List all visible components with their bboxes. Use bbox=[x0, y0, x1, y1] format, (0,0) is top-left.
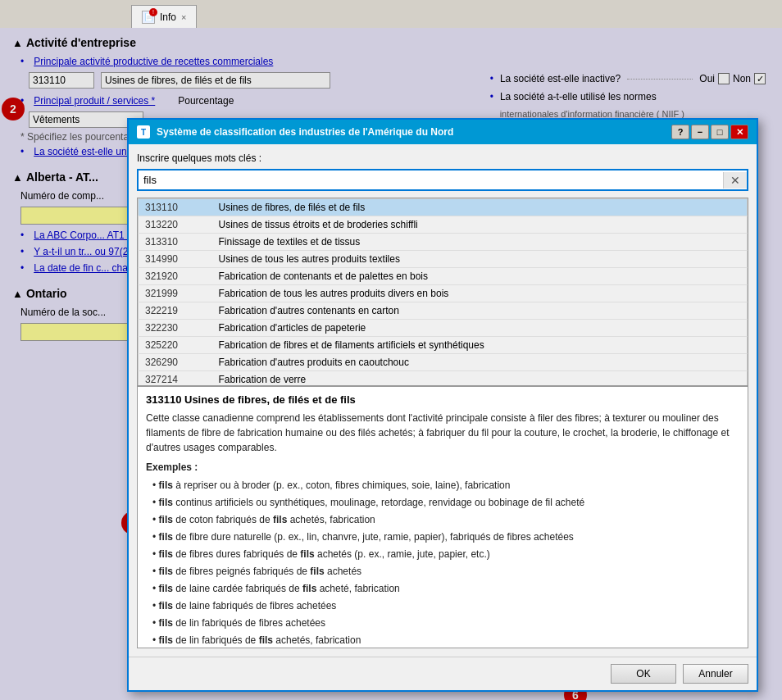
result-row[interactable]: 313220Usines de tissus étroits et de bro… bbox=[139, 216, 748, 234]
example-item: fils de lin fabriqués de fibres achetées bbox=[146, 616, 739, 630]
modal-close-button[interactable]: ✕ bbox=[730, 125, 748, 139]
tab-icon: 📄 ! bbox=[142, 11, 155, 24]
cancel-button[interactable]: Annuler bbox=[683, 664, 748, 684]
tab-bar: 📄 ! Info × bbox=[0, 0, 782, 28]
example-item: fils de laine cardée fabriqués de fils a… bbox=[146, 581, 739, 596]
result-row[interactable]: 327214Fabrication de verre bbox=[139, 371, 748, 387]
result-desc: Finissage de textiles et de tissus bbox=[212, 234, 748, 251]
result-code: 313310 bbox=[139, 234, 212, 251]
results-table: 313110Usines de fibres, de filés et de f… bbox=[138, 198, 748, 386]
examples-list: fils à repriser ou à broder (p. ex., cot… bbox=[146, 478, 739, 648]
tab-close-button[interactable]: × bbox=[181, 12, 186, 22]
modal-minimize-button[interactable]: − bbox=[691, 125, 709, 139]
result-row[interactable]: 313110Usines de fibres, de filés et de f… bbox=[139, 199, 748, 216]
result-code: 325220 bbox=[139, 337, 212, 354]
result-row[interactable]: 325220Fabrication de fibres et de filame… bbox=[139, 337, 748, 354]
ok-button[interactable]: OK bbox=[611, 664, 676, 684]
result-code: 322219 bbox=[139, 302, 212, 320]
tab-label: Info bbox=[160, 11, 176, 23]
result-desc: Fabrication d'autres produits en caoutch… bbox=[212, 354, 748, 371]
modal-maximize-button[interactable]: □ bbox=[711, 125, 729, 139]
modal-help-button[interactable]: ? bbox=[671, 125, 689, 139]
example-item: fils de fibres dures fabriqués de fils a… bbox=[146, 547, 739, 561]
result-desc: Usines de fibres, de filés et de fils bbox=[212, 199, 748, 216]
result-row[interactable]: 326290Fabrication d'autres produits en c… bbox=[139, 354, 748, 371]
result-desc: Fabrication de contenants et de palettes… bbox=[212, 268, 748, 285]
result-row[interactable]: 321920Fabrication de contenants et de pa… bbox=[139, 268, 748, 285]
modal-footer: OK Annuler bbox=[129, 657, 757, 690]
modal-titlebar: T Système de classification des industri… bbox=[129, 120, 757, 144]
result-desc: Fabrication de fibres et de filaments ar… bbox=[212, 337, 748, 354]
example-item: fils de fibre dure naturelle (p. ex., li… bbox=[146, 530, 739, 544]
detail-title: 313110 Usines de fibres, de filés et de … bbox=[146, 393, 739, 406]
search-input[interactable] bbox=[139, 170, 723, 189]
detail-body: Cette classe canadienne comprend les éta… bbox=[146, 411, 739, 648]
result-row[interactable]: 322219Fabrication d'autres contenants en… bbox=[139, 302, 748, 320]
modal-controls: ? − □ ✕ bbox=[671, 125, 748, 139]
result-code: 327214 bbox=[139, 371, 212, 387]
examples-header: Exemples : bbox=[146, 460, 739, 475]
modal-overlay: 3 4 6 T Système de classification des in… bbox=[0, 28, 782, 700]
result-desc: Usines de tous les autres produits texti… bbox=[212, 251, 748, 268]
result-code: 313110 bbox=[139, 199, 212, 216]
result-desc: Usines de tissus étroits et de broderies… bbox=[212, 216, 748, 234]
result-row[interactable]: 313310Finissage de textiles et de tissus bbox=[139, 234, 748, 251]
result-desc: Fabrication de verre bbox=[212, 371, 748, 387]
modal-title: Système de classification des industries… bbox=[157, 126, 453, 138]
modal-title-icon: T bbox=[137, 125, 150, 139]
search-clear-button[interactable]: ✕ bbox=[723, 172, 747, 189]
result-code: 322230 bbox=[139, 320, 212, 337]
tab-badge: ! bbox=[149, 8, 157, 16]
result-row[interactable]: 314990Usines de tous les autres produits… bbox=[139, 251, 748, 268]
modal-dialog: T Système de classification des industri… bbox=[127, 118, 758, 692]
result-desc: Fabrication d'articles de papeterie bbox=[212, 320, 748, 337]
example-item: fils de laine fabriqués de fibres acheté… bbox=[146, 598, 739, 613]
modal-titlebar-left: T Système de classification des industri… bbox=[137, 125, 453, 139]
example-item: fils de fibres peignés fabriqués de fils… bbox=[146, 564, 739, 579]
result-code: 314990 bbox=[139, 251, 212, 268]
example-item: fils continus artificiels ou synthétique… bbox=[146, 495, 739, 510]
result-code: 326290 bbox=[139, 354, 212, 371]
result-row[interactable]: 321999Fabrication de tous les autres pro… bbox=[139, 285, 748, 302]
result-desc: Fabrication d'autres contenants en carto… bbox=[212, 302, 748, 320]
detail-intro: Cette classe canadienne comprend les éta… bbox=[146, 411, 739, 455]
result-code: 313220 bbox=[139, 216, 212, 234]
result-desc: Fabrication de tous les autres produits … bbox=[212, 285, 748, 302]
detail-panel: 313110 Usines de fibres, de filés et de … bbox=[137, 386, 748, 648]
results-container[interactable]: 313110Usines de fibres, de filés et de f… bbox=[137, 198, 748, 386]
search-label: Inscrire quelques mots clés : bbox=[137, 152, 748, 164]
result-code: 321920 bbox=[139, 268, 212, 285]
example-item: fils de coton fabriqués de fils achetés,… bbox=[146, 512, 739, 527]
result-row[interactable]: 322230Fabrication d'articles de papeteri… bbox=[139, 320, 748, 337]
example-item: fils à repriser ou à broder (p. ex., cot… bbox=[146, 478, 739, 493]
main-form: 2 ▲ Activité d'entreprise • Principale a… bbox=[0, 28, 782, 700]
example-item: fils de lin fabriqués de fils achetés, f… bbox=[146, 633, 739, 648]
result-code: 321999 bbox=[139, 285, 212, 302]
info-tab[interactable]: 📄 ! Info × bbox=[131, 5, 197, 28]
search-row: ✕ bbox=[137, 169, 748, 191]
modal-body: Inscrire quelques mots clés : ✕ 313110Us… bbox=[129, 144, 757, 657]
